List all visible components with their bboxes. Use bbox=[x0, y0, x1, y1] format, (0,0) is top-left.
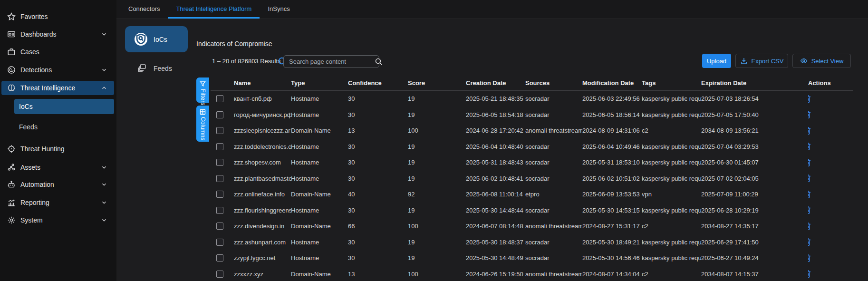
main-area: ConnectorsThreat Intelligence PlatformIn… bbox=[116, 0, 868, 281]
cell-name: zzxxzz.xyz bbox=[234, 271, 291, 278]
tab-threat-intelligence-platform[interactable]: Threat Intelligence Platform bbox=[168, 0, 260, 19]
cell-expiration-date: 2034-08-07 14:15:37 bbox=[701, 271, 808, 278]
column-header-name: Name bbox=[234, 79, 291, 87]
cell-expiration-date: 2025-07-05 17:50:40 bbox=[701, 111, 808, 118]
trash-icon bbox=[808, 142, 812, 151]
sidebar-item-assets[interactable]: Assets bbox=[1, 160, 114, 174]
sidebar-item-automation[interactable]: Automation bbox=[1, 177, 114, 192]
delete-button[interactable] bbox=[808, 142, 812, 151]
cell-name: zzz.flourishinggreens bbox=[234, 207, 291, 214]
secondary-sidebar-item-iocs[interactable]: IoCs bbox=[125, 26, 188, 52]
column-header-tags: Tags bbox=[642, 79, 701, 87]
trash-icon bbox=[808, 110, 812, 119]
cell-modification-date: 2025-06-05 18:56:14 bbox=[582, 111, 642, 118]
filters-tab[interactable]: Filters bbox=[196, 78, 209, 103]
row-checkbox[interactable] bbox=[216, 239, 223, 246]
delete-button[interactable] bbox=[808, 222, 812, 231]
row-checkbox[interactable] bbox=[216, 271, 223, 278]
cell-score: 19 bbox=[408, 159, 466, 166]
row-checkbox[interactable] bbox=[216, 223, 223, 230]
cell-type: Hostname bbox=[291, 111, 348, 118]
primary-sidebar: FavoritesDashboardsCasesDetectionsThreat… bbox=[0, 0, 116, 281]
trash-icon bbox=[808, 238, 812, 246]
tab-insyncs[interactable]: InSyncs bbox=[260, 0, 298, 19]
cell-creation-date: 2025-06-08 11:00:14 bbox=[466, 191, 525, 198]
cell-type: Domain-Name bbox=[291, 271, 348, 278]
delete-button[interactable] bbox=[808, 158, 812, 167]
export-csv-button[interactable]: Export CSV bbox=[735, 54, 788, 68]
delete-button[interactable] bbox=[808, 110, 812, 119]
trash-icon bbox=[808, 126, 812, 135]
delete-button[interactable] bbox=[808, 238, 812, 246]
download-icon bbox=[740, 57, 748, 65]
funnel-icon bbox=[200, 81, 206, 87]
delete-button[interactable] bbox=[808, 206, 812, 214]
filters-tab-label: Filters bbox=[200, 89, 206, 106]
search-input[interactable] bbox=[284, 58, 375, 65]
sidebar-item-dashboards[interactable]: Dashboards bbox=[1, 27, 114, 41]
network-icon bbox=[7, 163, 16, 172]
row-checkbox[interactable] bbox=[216, 191, 223, 198]
sidebar-item-label: Automation bbox=[20, 181, 54, 188]
cell-sources: socradar bbox=[525, 254, 582, 262]
row-checkbox[interactable] bbox=[216, 111, 223, 118]
sidebar-item-system[interactable]: System bbox=[1, 213, 114, 227]
secondary-sidebar-item-feeds[interactable]: Feeds bbox=[137, 64, 172, 73]
select-view-button[interactable]: Select View bbox=[792, 54, 851, 68]
tab-connectors[interactable]: Connectors bbox=[120, 0, 168, 19]
cell-tags: c2 bbox=[642, 223, 701, 230]
sidebar-item-reporting[interactable]: Reporting bbox=[1, 195, 114, 210]
delete-button[interactable] bbox=[808, 126, 812, 135]
cell-sources: socradar bbox=[525, 207, 582, 214]
cell-expiration-date: 2025-06-28 10:29:19 bbox=[701, 207, 808, 214]
delete-button[interactable] bbox=[808, 95, 812, 103]
sidebar-item-cases[interactable]: Cases bbox=[1, 45, 114, 59]
sidebar-item-label: Detections bbox=[20, 66, 52, 74]
cell-sources: anomali threatstream bbox=[525, 223, 582, 230]
row-checkbox[interactable] bbox=[216, 175, 223, 182]
cell-name: zzz.shopesv.com bbox=[234, 159, 291, 166]
sidebar-item-label: System bbox=[20, 216, 43, 224]
upload-button[interactable]: Upload bbox=[702, 54, 731, 68]
cell-creation-date: 2025-06-05 18:54:18 bbox=[466, 111, 525, 118]
cell-sources: anomali threatstream bbox=[525, 127, 582, 134]
cell-type: Domain-Name bbox=[291, 191, 348, 198]
cell-type: Hostname bbox=[291, 159, 348, 166]
table-row: zzz.flourishinggreensHostname30192025-05… bbox=[216, 203, 868, 219]
chevron-up-icon bbox=[101, 85, 107, 91]
cell-modification-date: 2025-05-31 18:53:10 bbox=[582, 159, 642, 166]
shield-search-icon bbox=[135, 33, 147, 46]
delete-button[interactable] bbox=[808, 270, 812, 278]
grid-icon bbox=[200, 109, 206, 115]
cell-creation-date: 2025-05-30 14:48:49 bbox=[466, 254, 525, 262]
cell-confidence: 40 bbox=[348, 191, 408, 198]
cell-name: квант-спб.рф bbox=[234, 95, 291, 102]
delete-button[interactable] bbox=[808, 190, 812, 199]
row-checkbox[interactable] bbox=[216, 127, 223, 134]
row-checkbox[interactable] bbox=[216, 159, 223, 166]
cell-expiration-date: 2025-07-03 18:26:54 bbox=[701, 95, 808, 102]
sidebar-subitem-iocs[interactable]: IoCs bbox=[14, 99, 114, 114]
trash-icon bbox=[808, 222, 812, 231]
magnifier-icon[interactable] bbox=[375, 58, 383, 66]
cell-creation-date: 2025-06-02 10:48:41 bbox=[466, 175, 525, 182]
search-box bbox=[283, 55, 379, 68]
delete-button[interactable] bbox=[808, 174, 812, 183]
columns-tab[interactable]: Columns bbox=[196, 106, 209, 142]
cell-creation-date: 2025-05-30 14:48:44 bbox=[466, 207, 525, 214]
delete-button[interactable] bbox=[808, 254, 812, 262]
row-checkbox[interactable] bbox=[216, 95, 223, 102]
sidebar-subitem-feeds[interactable]: Feeds bbox=[14, 119, 114, 135]
sidebar-item-threat-intelligence[interactable]: Threat Intelligence bbox=[1, 81, 114, 95]
row-checkbox[interactable] bbox=[216, 254, 223, 262]
sidebar-item-detections[interactable]: Detections bbox=[1, 63, 114, 77]
cell-modification-date: 2025-06-03 22:49:56 bbox=[582, 95, 642, 102]
sidebar-item-favorites[interactable]: Favorites bbox=[1, 10, 114, 24]
cell-expiration-date: 2025-06-29 17:41:50 bbox=[701, 239, 808, 246]
row-checkbox[interactable] bbox=[216, 143, 223, 150]
column-header-creation-date: Creation Date bbox=[466, 79, 525, 87]
sidebar-item-threat-hunting[interactable]: Threat Hunting bbox=[1, 142, 114, 156]
table-row: zzypjl.lygcc.netHostname30192025-05-30 1… bbox=[216, 250, 868, 266]
dashboard-icon bbox=[7, 30, 16, 39]
row-checkbox[interactable] bbox=[216, 207, 223, 214]
